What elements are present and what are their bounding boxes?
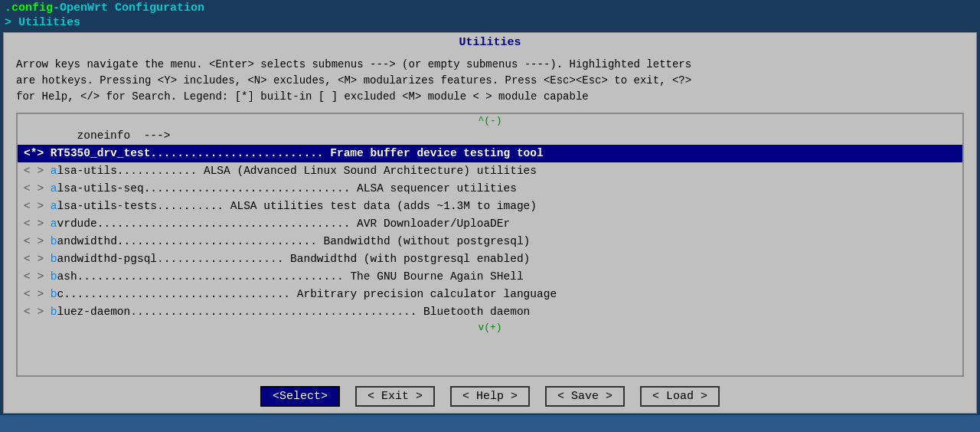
window-title: Utilities bbox=[4, 33, 976, 52]
openwrt-label: OpenWrt Configuration bbox=[60, 2, 204, 15]
menu-item-bandwidthd-pgsql[interactable]: < > bandwidthd-pgsql................... … bbox=[18, 250, 962, 268]
help-line1: Arrow keys navigate the menu. <Enter> se… bbox=[16, 57, 964, 73]
menu-item-alsa-utils[interactable]: < > alsa-utils............ ALSA (Advance… bbox=[18, 162, 962, 180]
scroll-down-indicator: v(+) bbox=[18, 321, 962, 334]
help-button[interactable]: < Help > bbox=[450, 386, 530, 407]
menu-item-avrdude[interactable]: < > avrdude.............................… bbox=[18, 215, 962, 233]
config-label: .config bbox=[5, 2, 53, 15]
menu-item-zoneinfo[interactable]: zoneinfo ---> bbox=[18, 127, 962, 145]
dash-label: - bbox=[53, 2, 60, 15]
save-button[interactable]: < Save > bbox=[545, 386, 625, 407]
menu-item-bandwidthd[interactable]: < > bandwidthd..........................… bbox=[18, 233, 962, 250]
breadcrumb: > Utilities bbox=[0, 16, 980, 31]
load-button[interactable]: < Load > bbox=[640, 386, 720, 407]
menu-item-bluez-daemon[interactable]: < > bluez-daemon........................… bbox=[18, 303, 962, 321]
select-button[interactable]: <Select> bbox=[260, 386, 340, 407]
menu-item-rt5350[interactable]: <*> RT5350_drv_test.....................… bbox=[18, 145, 962, 162]
exit-button[interactable]: < Exit > bbox=[355, 386, 435, 407]
main-container: Utilities Arrow keys navigate the menu. … bbox=[3, 32, 977, 414]
menu-item-bc[interactable]: < > bc..................................… bbox=[18, 286, 962, 303]
menu-item-bash[interactable]: < > bash................................… bbox=[18, 268, 962, 286]
title-bar: .config - OpenWrt Configuration bbox=[0, 0, 980, 16]
bottom-bar bbox=[0, 415, 980, 432]
help-line2: are hotkeys. Pressing <Y> includes, <N> … bbox=[16, 73, 964, 89]
menu-area: ^(-) zoneinfo ---><*> RT5350_drv_test...… bbox=[16, 113, 964, 377]
menu-item-alsa-utils-seq[interactable]: < > alsa-utils-seq......................… bbox=[18, 180, 962, 198]
help-line3: for Help, </> for Search. Legend: [*] bu… bbox=[16, 89, 964, 105]
menu-item-alsa-utils-tests[interactable]: < > alsa-utils-tests.......... ALSA util… bbox=[18, 198, 962, 215]
button-bar: <Select> < Exit > < Help > < Save > < Lo… bbox=[4, 380, 976, 413]
app: .config - OpenWrt Configuration > Utilit… bbox=[0, 0, 980, 432]
scroll-up-indicator: ^(-) bbox=[18, 114, 962, 127]
help-text: Arrow keys navigate the menu. <Enter> se… bbox=[4, 52, 976, 110]
menu-list: zoneinfo ---><*> RT5350_drv_test........… bbox=[18, 127, 962, 321]
